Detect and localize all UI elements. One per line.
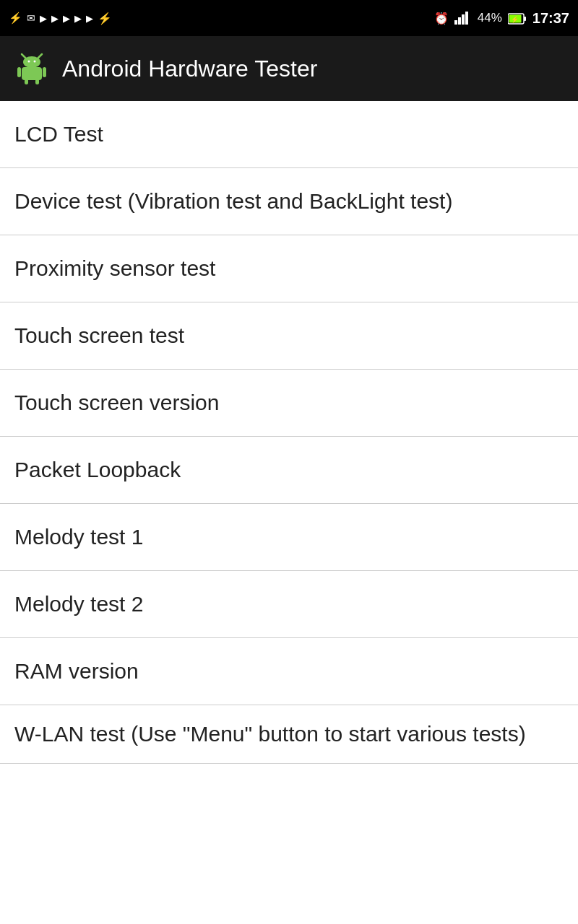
svg-rect-0: [454, 20, 457, 25]
list-item-touch-screen-version-label: Touch screen version: [14, 390, 219, 416]
svg-line-8: [22, 54, 26, 58]
lightning-icon: ⚡: [98, 12, 112, 25]
email-icon: ✉: [27, 12, 35, 24]
play-icon-3: ▶: [63, 13, 70, 24]
svg-text:⚡: ⚡: [510, 15, 519, 24]
svg-rect-14: [17, 67, 21, 77]
list-item-melody-test-1[interactable]: Melody test 1: [0, 504, 578, 571]
play-icon-5: ▶: [86, 13, 93, 24]
list-item-melody-test-2[interactable]: Melody test 2: [0, 571, 578, 638]
list-item-touch-screen-test[interactable]: Touch screen test: [0, 302, 578, 370]
list-item-melody-test-2-label: Melody test 2: [14, 591, 143, 617]
svg-rect-15: [43, 67, 46, 77]
svg-rect-17: [35, 79, 39, 84]
svg-rect-3: [465, 12, 468, 25]
list-item-wlan-test[interactable]: W-LAN test (Use "Menu" button to start v…: [0, 705, 578, 764]
svg-rect-5: [524, 17, 526, 21]
battery-icon: ⚡: [508, 11, 527, 26]
list-item-lcd-test-label: LCD Test: [14, 121, 103, 147]
battery-percent: 44%: [478, 11, 502, 25]
play-icon-1: ▶: [40, 13, 47, 24]
play-icon-4: ▶: [74, 13, 82, 24]
svg-rect-1: [458, 17, 461, 25]
alarm-icon: ⏰: [434, 12, 449, 25]
list-item-proximity-test[interactable]: Proximity sensor test: [0, 235, 578, 302]
svg-point-11: [28, 61, 30, 63]
list-item-ram-version[interactable]: RAM version: [0, 638, 578, 705]
list-item-touch-screen-test-label: Touch screen test: [14, 323, 184, 349]
list-item-packet-loopback[interactable]: Packet Loopback: [0, 437, 578, 504]
time-display: 17:37: [532, 10, 569, 27]
status-bar-right: ⏰ 44% ⚡ 17:37: [434, 10, 569, 27]
list-item-touch-screen-version[interactable]: Touch screen version: [0, 370, 578, 437]
list-item-device-test-label: Device test (Vibration test and BackLigh…: [14, 188, 452, 214]
svg-point-12: [34, 61, 36, 63]
usb-icon: ⚡: [9, 12, 22, 25]
svg-line-9: [38, 54, 42, 58]
menu-list: LCD Test Device test (Vibration test and…: [0, 101, 578, 764]
status-bar: ⚡ ✉ ▶ ▶ ▶ ▶ ▶ ⚡ ⏰ 44%: [0, 0, 578, 36]
list-item-lcd-test[interactable]: LCD Test: [0, 101, 578, 168]
svg-rect-13: [22, 67, 42, 80]
list-item-proximity-test-label: Proximity sensor test: [14, 256, 215, 282]
list-item-ram-version-label: RAM version: [14, 658, 139, 684]
svg-rect-16: [25, 79, 28, 84]
list-item-packet-loopback-label: Packet Loopback: [14, 457, 181, 483]
app-title: Android Hardware Tester: [62, 56, 317, 82]
status-bar-left: ⚡ ✉ ▶ ▶ ▶ ▶ ▶ ⚡: [9, 12, 112, 25]
play-icon-2: ▶: [51, 13, 59, 24]
signal-icon: [454, 12, 472, 25]
list-item-melody-test-1-label: Melody test 1: [14, 524, 143, 550]
android-robot-icon: [14, 51, 49, 86]
list-item-device-test[interactable]: Device test (Vibration test and BackLigh…: [0, 168, 578, 235]
list-item-wlan-test-label: W-LAN test (Use "Menu" button to start v…: [14, 721, 526, 747]
svg-rect-2: [462, 14, 465, 25]
svg-point-10: [23, 56, 40, 68]
app-bar: Android Hardware Tester: [0, 36, 578, 101]
